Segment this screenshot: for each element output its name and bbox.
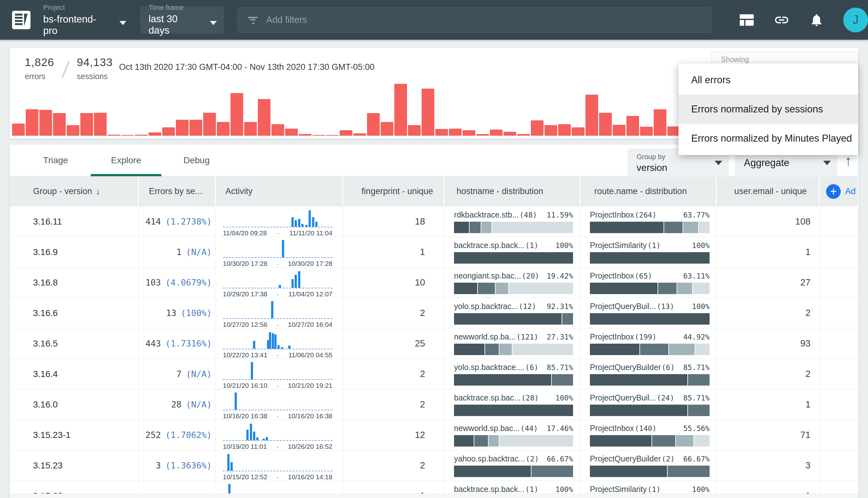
error-histogram-bar[interactable]	[299, 134, 311, 135]
error-histogram-bar[interactable]	[39, 110, 52, 135]
timeframe-label: Time frame	[149, 3, 201, 12]
dropdown-option[interactable]: All errors	[679, 65, 858, 95]
sparkline-baseline	[223, 349, 332, 349]
timeframe-selector[interactable]: Time frame last 30 days	[140, 6, 224, 34]
error-histogram-bar[interactable]	[26, 109, 38, 135]
horizontal-scrollbar[interactable]	[10, 494, 858, 498]
error-histogram-bar[interactable]	[531, 120, 544, 135]
error-histogram-bar[interactable]	[380, 122, 393, 135]
showing-label: Showing	[721, 55, 858, 64]
errors-percent-value: (4.0679%)	[165, 278, 212, 287]
filters-bar[interactable]	[237, 7, 712, 33]
error-histogram-bar[interactable]	[558, 124, 571, 135]
error-histogram-bar[interactable]	[162, 127, 175, 135]
error-histogram-bar[interactable]	[94, 113, 107, 135]
table-row[interactable]: 3.16.028(N/A)10/16/20 16:38·10/16/20 16:…	[10, 389, 858, 420]
error-histogram-bar[interactable]	[476, 134, 489, 135]
error-histogram-bar[interactable]	[258, 99, 270, 135]
group-version-value: 3.16.6	[33, 308, 58, 318]
table-row[interactable]: 3.16.11414(1.2738%)11/04/20 09:28·11/11/…	[10, 207, 858, 237]
error-histogram-bar[interactable]	[271, 124, 284, 135]
route-name-distribution-segment	[699, 222, 710, 233]
column-header-3[interactable]: fingerprint - unique	[343, 176, 444, 207]
error-histogram-bar[interactable]	[394, 84, 407, 135]
error-histogram-bar[interactable]	[149, 132, 161, 135]
notifications-bell-icon[interactable]	[808, 12, 825, 28]
error-histogram-bar[interactable]	[599, 113, 612, 135]
error-histogram-bar[interactable]	[108, 135, 120, 135]
error-histogram-bar[interactable]	[367, 113, 380, 135]
error-histogram-bar[interactable]	[517, 134, 530, 135]
share-link-icon[interactable]	[773, 12, 790, 28]
error-histogram-bar[interactable]	[504, 132, 516, 135]
backtrace-logo-icon[interactable]	[12, 11, 30, 29]
error-histogram-bar[interactable]	[217, 122, 229, 135]
error-histogram-bar[interactable]	[572, 127, 585, 135]
error-histogram-bar[interactable]	[408, 125, 420, 135]
error-histogram-bar[interactable]	[340, 130, 352, 135]
route-name-distribution-segment	[664, 222, 683, 233]
column-header-0[interactable]: Group - version↓	[10, 176, 139, 207]
error-histogram-bar[interactable]	[626, 116, 639, 135]
error-histogram-bar[interactable]	[12, 123, 25, 135]
error-histogram-bar[interactable]	[613, 125, 625, 135]
column-header-4[interactable]: hostname - distribution	[444, 176, 580, 207]
error-histogram-bar[interactable]	[585, 95, 598, 135]
dropdown-option[interactable]: Errors normalized by sessions	[679, 95, 858, 124]
dashboard-layout-icon[interactable]	[738, 12, 755, 28]
activity-date-range: 10/15/20 12:52·10/16/20 14:18	[223, 473, 332, 481]
error-histogram-bar[interactable]	[244, 122, 257, 135]
error-histogram-bar[interactable]	[490, 130, 503, 135]
column-header-5[interactable]: route.name - distribution	[580, 176, 717, 207]
column-header-2[interactable]: Activity	[216, 176, 343, 207]
tab-explore[interactable]: Explore	[91, 144, 161, 176]
error-histogram-bar[interactable]	[326, 135, 339, 135]
route-name-distribution: ProjectInbox(140)55.56%	[590, 424, 710, 447]
dropdown-option[interactable]: Errors normalized by Minutes Played	[679, 124, 858, 153]
table-row[interactable]: 3.15.233(1.3636%)10/15/20 12:52·10/16/20…	[10, 450, 858, 481]
error-histogram-bar[interactable]	[667, 127, 680, 135]
error-histogram-bar[interactable]	[203, 113, 216, 135]
error-histogram-bar[interactable]	[654, 109, 666, 135]
sparkline-bars	[223, 301, 332, 318]
error-histogram-bar[interactable]	[176, 120, 189, 135]
user-avatar[interactable]: J	[843, 8, 868, 32]
activity-sparkline: 11/04/20 09:28·11/11/20 11:04	[223, 207, 332, 237]
error-histogram-bar[interactable]	[545, 125, 557, 135]
error-histogram-bar[interactable]	[67, 125, 79, 135]
route-name-distribution-segment	[677, 283, 693, 294]
error-histogram-bar[interactable]	[353, 133, 366, 135]
error-histogram-bar[interactable]	[449, 129, 462, 135]
error-histogram-bar[interactable]	[463, 130, 475, 135]
table-row[interactable]: 3.16.5443(1.7316%)10/22/20 13:41·11/06/2…	[10, 328, 858, 359]
error-histogram-bar[interactable]	[285, 129, 298, 135]
hostname-cell: neongiant.sp.bac...(20)19.42%	[444, 267, 580, 298]
project-selector[interactable]: Project bs-frontend-pro	[43, 3, 126, 37]
error-histogram-bar[interactable]	[189, 120, 202, 135]
error-histogram-bar[interactable]	[422, 89, 434, 135]
add-filters-input[interactable]	[266, 15, 647, 25]
tab-triage[interactable]: Triage	[20, 144, 91, 176]
hostname-cell: newworld.sp.ba...(121)27.31%	[444, 328, 580, 358]
table-row[interactable]: 3.16.91(N/A)10/30/20 17:28·10/30/20 17:2…	[10, 237, 858, 267]
tab-debug[interactable]: Debug	[161, 144, 232, 176]
column-header-6[interactable]: user.email - unique	[717, 176, 820, 207]
error-histogram-bar[interactable]	[121, 135, 134, 135]
table-row[interactable]: 3.15.23-1252(1.7062%)10/19/20 11:01·10/2…	[10, 420, 858, 450]
column-header-1[interactable]: Errors by se...	[139, 176, 216, 207]
table-row[interactable]: 3.16.613(100%)10/27/20 12:56·10/27/20 16…	[10, 298, 858, 328]
table-row[interactable]: 3.16.47(N/A)10/21/20 16:10·10/21/20 19:2…	[10, 359, 858, 389]
route-name-name: ProjectQueryBuil...	[590, 302, 656, 311]
errors-cell: 443(1.7316%)	[139, 328, 216, 358]
add-column-icon[interactable]: +	[826, 184, 841, 199]
error-histogram-bar[interactable]	[80, 113, 93, 135]
error-histogram-bar[interactable]	[135, 135, 148, 135]
error-histogram-bar[interactable]	[640, 127, 653, 135]
error-histogram-bar[interactable]	[312, 135, 325, 135]
errors-percent-value: (1.3636%)	[165, 460, 212, 470]
error-histogram-bar[interactable]	[230, 93, 243, 135]
column-header-7[interactable]: +Ad	[820, 176, 857, 207]
error-histogram-bar[interactable]	[53, 113, 66, 135]
error-histogram-bar[interactable]	[435, 129, 448, 135]
table-row[interactable]: 3.16.8103(4.0679%)10/29/20 17:38·11/04/2…	[10, 267, 858, 298]
